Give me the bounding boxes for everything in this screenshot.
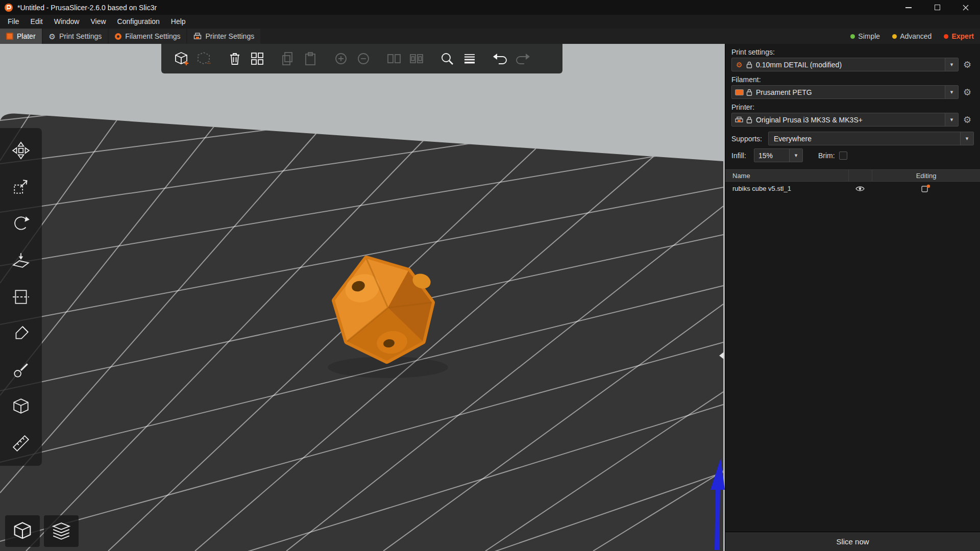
arrange-button[interactable]	[246, 47, 268, 70]
brim-checkbox[interactable]	[839, 152, 847, 160]
copy-button[interactable]	[277, 47, 299, 70]
slice-now-button[interactable]: Slice now	[725, 532, 980, 551]
mode-advanced-label: Advanced	[900, 32, 932, 40]
move-tool-button[interactable]	[7, 136, 35, 165]
eye-icon	[855, 186, 865, 192]
titlebar: *Untitled - PrusaSlicer-2.6.0 based on S…	[0, 0, 980, 15]
tab-print-settings-label: Print Settings	[59, 32, 102, 40]
remove-instance-button[interactable]	[352, 47, 375, 70]
app-logo-icon	[4, 3, 13, 12]
redo-icon	[514, 51, 531, 67]
minimize-button[interactable]	[894, 0, 923, 15]
brim-label: Brim:	[818, 152, 835, 160]
undo-button[interactable]	[489, 47, 511, 70]
rotate-tool-button[interactable]	[7, 209, 35, 238]
search-button[interactable]	[436, 47, 458, 70]
tab-plater[interactable]: Plater	[0, 29, 42, 44]
split-to-parts-button[interactable]	[405, 47, 428, 70]
menu-file[interactable]: File	[2, 15, 25, 29]
split-parts-icon	[408, 51, 425, 67]
filament-label: Filament:	[731, 76, 974, 84]
supports-select[interactable]: Everywhere ▾	[768, 132, 974, 145]
delete-all-button[interactable]	[224, 47, 246, 70]
print-settings-gear-button[interactable]: ⚙	[961, 59, 974, 70]
mode-expert-label: Expert	[951, 32, 974, 40]
preview-view-button[interactable]	[44, 515, 79, 547]
scale-tool-button[interactable]	[7, 173, 35, 202]
infill-label: Infill:	[731, 152, 754, 160]
name-column-header: Name	[725, 172, 848, 180]
filament-select[interactable]: Prusament PETG ▾	[731, 85, 959, 99]
undo-icon	[492, 51, 508, 67]
menu-edit[interactable]: Edit	[25, 15, 48, 29]
add-object-button[interactable]	[170, 47, 193, 70]
edit-object-button[interactable]	[872, 182, 980, 195]
mode-simple-button[interactable]: Simple	[844, 29, 886, 44]
variable-layer-height-button[interactable]	[458, 47, 481, 70]
toggle-visibility-button[interactable]	[848, 182, 872, 195]
seam-painting-tool-button[interactable]	[7, 356, 35, 385]
visibility-column-header	[848, 170, 872, 181]
3d-viewport[interactable]	[0, 44, 725, 551]
lock-icon	[746, 116, 752, 123]
manipulation-toolbar	[0, 128, 42, 466]
cut-tool-button[interactable]	[7, 283, 35, 311]
3d-editor-icon	[12, 521, 33, 541]
tab-printer-settings[interactable]: Printer Settings	[187, 29, 260, 44]
maximize-button[interactable]	[923, 0, 951, 15]
menu-view[interactable]: View	[85, 15, 111, 29]
place-on-face-tool-button[interactable]	[7, 246, 35, 274]
printer-gear-button[interactable]: ⚙	[961, 114, 974, 126]
chevron-down-icon: ▾	[945, 113, 958, 126]
close-button[interactable]	[951, 0, 980, 15]
mmu-segmentation-tool-button[interactable]	[7, 392, 35, 421]
seam-brush-icon	[12, 361, 30, 380]
advanced-mode-dot-icon	[892, 34, 897, 39]
collapse-sidebar-handle[interactable]	[719, 352, 724, 359]
tab-print-settings[interactable]: ⚙ Print Settings	[43, 29, 108, 44]
delete-object-button[interactable]	[193, 47, 215, 70]
prusaslicer-window: *Untitled - PrusaSlicer-2.6.0 based on S…	[0, 0, 980, 551]
menu-window[interactable]: Window	[48, 15, 85, 29]
tab-filament-settings[interactable]: Filament Settings	[109, 29, 186, 44]
scene-canvas	[0, 44, 725, 551]
menu-help[interactable]: Help	[165, 15, 191, 29]
editor-view-button[interactable]	[5, 515, 40, 547]
rotate-icon	[12, 214, 30, 233]
print-settings-select[interactable]: ⚙ 0.10mm DETAIL (modified) ▾	[731, 58, 959, 71]
printer-select[interactable]: Original Prusa i3 MK3S & MK3S+ ▾	[731, 113, 959, 127]
close-icon	[963, 5, 969, 11]
printer-icon	[193, 32, 202, 40]
tab-filament-settings-label: Filament Settings	[125, 32, 180, 40]
redo-button[interactable]	[511, 47, 534, 70]
paint-supports-tool-button[interactable]	[7, 319, 35, 348]
settings-sidebar: Print settings: ⚙ 0.10mm DETAIL (modifie…	[725, 44, 980, 551]
plus-circle-icon	[333, 51, 349, 67]
object-list: Name Editing rubiks cube v5.stl_1	[725, 169, 980, 195]
filament-spool-icon	[115, 33, 121, 40]
menu-configuration[interactable]: Configuration	[112, 15, 165, 29]
print-settings-value: 0.10mm DETAIL (modified)	[752, 61, 945, 69]
simple-mode-dot-icon	[850, 34, 855, 39]
add-cube-icon	[174, 51, 190, 67]
printer-value: Original Prusa i3 MK3S & MK3S+	[752, 116, 945, 124]
lock-icon	[746, 89, 752, 96]
mode-advanced-button[interactable]: Advanced	[886, 29, 938, 44]
print-profile-icon: ⚙	[736, 61, 743, 68]
chevron-down-icon: ▾	[789, 149, 802, 162]
mode-expert-button[interactable]: Expert	[938, 29, 980, 44]
split-to-objects-button[interactable]	[383, 47, 405, 70]
window-title: *Untitled - PrusaSlicer-2.6.0 based on S…	[17, 4, 894, 12]
cut-icon	[12, 288, 30, 306]
printer-mini-icon	[735, 116, 743, 123]
object-row[interactable]: rubiks cube v5.stl_1	[725, 182, 980, 195]
add-instance-button[interactable]	[330, 47, 352, 70]
filament-gear-button[interactable]: ⚙	[961, 87, 974, 98]
trash-icon	[227, 51, 243, 67]
paste-button[interactable]	[299, 47, 322, 70]
measure-tool-button[interactable]	[7, 429, 35, 458]
infill-select[interactable]: 15% ▾	[754, 148, 803, 162]
sliced-layers-icon	[50, 521, 72, 541]
object-toolbar	[161, 44, 562, 73]
copy-icon	[280, 51, 296, 67]
